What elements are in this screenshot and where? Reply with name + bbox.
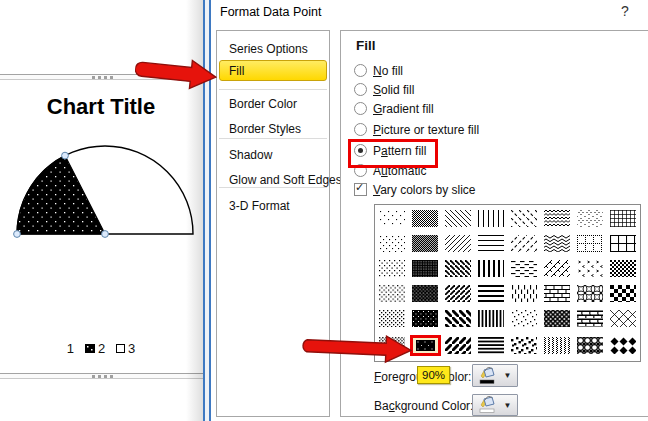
pattern-swatch-dotted-diamond[interactable] — [573, 206, 606, 231]
legend-label: 1 — [67, 341, 74, 356]
pattern-swatch-solid-diamond[interactable] — [606, 331, 639, 360]
radio-label: Pattern fill — [373, 144, 426, 158]
pattern-swatch-trellis[interactable] — [540, 306, 573, 331]
paint-bucket-icon — [473, 396, 500, 414]
pattern-swatch-diagonal-brick[interactable] — [540, 256, 573, 281]
fill-panel-heading: Fill — [356, 38, 376, 53]
radio-icon — [354, 64, 367, 77]
pattern-swatch-large-checker-board[interactable] — [606, 281, 639, 306]
legend-swatch — [85, 344, 95, 353]
radio-label: Automatic — [373, 164, 426, 178]
pattern-swatch-5[interactable] — [376, 206, 409, 231]
chart-title[interactable]: Chart Title — [0, 94, 202, 120]
radio-label: Picture or texture fill — [373, 123, 479, 137]
radio-icon — [354, 123, 367, 136]
pattern-swatch-80[interactable] — [409, 306, 442, 331]
radio-label: Solid fill — [373, 83, 414, 97]
paint-bucket-icon — [473, 367, 500, 385]
legend-label: 2 — [98, 341, 105, 356]
pattern-swatch-60[interactable] — [409, 231, 442, 256]
pattern-swatch-horizontal-brick[interactable] — [540, 281, 573, 306]
pattern-tooltip: 90% — [417, 366, 450, 384]
checkbox-icon — [354, 183, 367, 196]
pattern-swatch-small-confetti[interactable] — [508, 306, 541, 331]
pattern-swatch-small-checker-board[interactable] — [606, 256, 639, 281]
pattern-swatch-divot[interactable] — [573, 256, 606, 281]
pattern-swatch-shingle[interactable] — [573, 306, 606, 331]
pattern-swatch-zig-zag[interactable] — [540, 206, 573, 231]
pattern-swatch-dashed-horizontal[interactable] — [508, 256, 541, 281]
pattern-swatch-outlined-diamond[interactable] — [606, 306, 639, 331]
foreground-color-button[interactable]: ▼ — [472, 364, 518, 387]
radio-icon — [354, 83, 367, 96]
pattern-swatch-large-confetti[interactable] — [508, 331, 541, 360]
pattern-swatch-dark-downward-diagonal[interactable] — [442, 256, 475, 281]
chart-frame-top-handle[interactable] — [92, 76, 113, 79]
sidebar-item-series-options[interactable]: Series Options — [220, 39, 326, 60]
legend-item-2[interactable]: 2 — [85, 341, 105, 356]
checkbox-label: Vary colors by slice — [373, 183, 476, 197]
radio-picture-or-texture-fill[interactable]: Picture or texture fill — [354, 122, 479, 137]
sidebar-item-shadow[interactable]: Shadow — [220, 145, 326, 166]
pattern-swatch-dark-horizontal[interactable] — [475, 281, 508, 306]
pattern-swatch-wide-upward-diagonal[interactable] — [442, 331, 475, 360]
legend-item-1[interactable]: 1 — [67, 341, 74, 356]
radio-icon — [354, 144, 367, 157]
pattern-swatch-light-downward-diagonal[interactable] — [442, 206, 475, 231]
radio-label: No fill — [373, 64, 403, 78]
pattern-swatch-dark-vertical[interactable] — [475, 256, 508, 281]
pattern-swatch-sphere[interactable] — [573, 331, 606, 360]
pattern-swatch-30[interactable] — [376, 306, 409, 331]
sidebar-item-3-d-format[interactable]: 3-D Format — [220, 196, 326, 217]
sidebar-separator — [219, 89, 327, 90]
legend-swatch — [116, 344, 125, 353]
pattern-swatch-small-grid[interactable] — [606, 206, 639, 231]
legend-item-3[interactable]: 3 — [116, 341, 135, 356]
pattern-swatch-70[interactable] — [409, 256, 442, 281]
radio-icon — [354, 164, 367, 177]
pattern-swatch-dotted-grid[interactable] — [573, 231, 606, 256]
pattern-swatch-narrow-horizontal[interactable] — [475, 331, 508, 360]
radio-solid-fill[interactable]: Solid fill — [354, 82, 414, 97]
pattern-swatch-dashed-upward-diagonal[interactable] — [508, 231, 541, 256]
pattern-swatch-10[interactable] — [376, 231, 409, 256]
pattern-swatch-20[interactable] — [376, 256, 409, 281]
sidebar-item-border-styles[interactable]: Border Styles — [220, 119, 326, 140]
radio-label: Gradient fill — [373, 102, 434, 116]
help-button[interactable]: ? — [621, 3, 629, 19]
radio-automatic[interactable]: Automatic — [354, 163, 426, 178]
legend-label: 3 — [128, 341, 135, 356]
sidebar-separator — [219, 187, 327, 188]
pattern-swatch-plaid[interactable] — [540, 331, 573, 360]
pattern-swatch-dashed-downward-diagonal[interactable] — [508, 206, 541, 231]
radio-icon — [354, 102, 367, 115]
pattern-swatch-light-horizontal[interactable] — [475, 231, 508, 256]
pattern-swatch-wide-downward-diagonal[interactable] — [442, 306, 475, 331]
dialog-title: Format Data Point — [220, 5, 321, 19]
background-color-button[interactable]: ▼ — [472, 394, 518, 416]
pie-chart[interactable] — [8, 138, 200, 242]
pattern-swatch-light-upward-diagonal[interactable] — [442, 231, 475, 256]
radio-no-fill[interactable]: No fill — [354, 63, 403, 78]
pattern-swatch-wave[interactable] — [540, 231, 573, 256]
chart-legend[interactable]: 123 — [0, 341, 202, 356]
sidebar-item-fill[interactable]: Fill — [219, 60, 327, 81]
background-color-label: Background Color: — [374, 399, 473, 413]
pattern-swatch-75[interactable] — [409, 281, 442, 306]
pattern-swatch-50[interactable] — [409, 206, 442, 231]
radio-gradient-fill[interactable]: Gradient fill — [354, 101, 434, 116]
pattern-swatch-25[interactable] — [376, 281, 409, 306]
checkbox-vary-colors-by-slice[interactable]: Vary colors by slice — [354, 182, 476, 197]
radio-pattern-fill[interactable]: Pattern fill — [354, 143, 426, 158]
pattern-swatch-dashed-vertical[interactable] — [508, 281, 541, 306]
pattern-swatch-narrow-vertical[interactable] — [475, 306, 508, 331]
chart-frame-bottom-handle[interactable] — [92, 375, 113, 378]
pattern-swatch-dark-upward-diagonal[interactable] — [442, 281, 475, 306]
pattern-swatch-large-grid[interactable] — [606, 231, 639, 256]
dropdown-arrow-icon: ▼ — [500, 371, 515, 380]
pattern-swatch-weave[interactable] — [573, 281, 606, 306]
sidebar-item-border-color[interactable]: Border Color — [220, 94, 326, 115]
sidebar-separator — [219, 138, 327, 139]
pattern-swatch-light-vertical[interactable] — [475, 206, 508, 231]
dropdown-arrow-icon: ▼ — [500, 401, 515, 410]
